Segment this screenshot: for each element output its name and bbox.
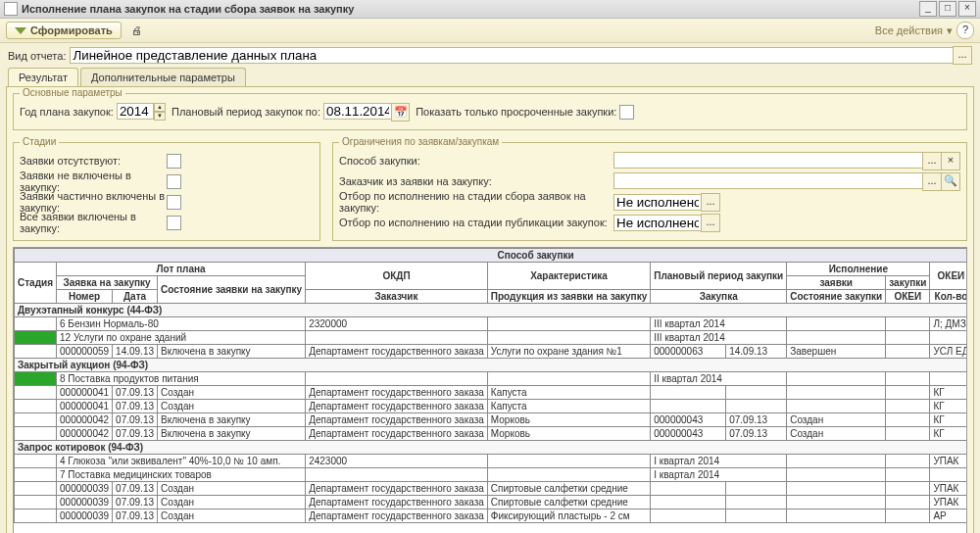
hdr-state2: Состояние закупки — [787, 290, 886, 304]
sel1-input[interactable] — [613, 194, 702, 211]
hdr-zakazchik: Заказчик — [306, 290, 488, 304]
form-button[interactable]: Сформировать — [6, 22, 122, 39]
fieldset-limits: Ограничения по заявкам/закупкам Способ з… — [332, 142, 967, 241]
form-button-label: Сформировать — [30, 24, 113, 36]
tab-extra[interactable]: Дополнительные параметры — [80, 68, 246, 86]
hdr-sposob: Способ закупки — [15, 249, 968, 263]
detail-row[interactable]: 00000004107.09.13СозданДепартамент госуд… — [15, 400, 968, 413]
plan-period-label: Плановый период закупок по: — [172, 106, 320, 118]
all-actions-dropdown[interactable]: ▾ — [947, 24, 953, 37]
hdr-zakupki: закупки — [886, 276, 930, 290]
hdr-exec: Исполнение — [787, 263, 930, 276]
grid-wrap[interactable]: Способ закупки Стадия Лот плана ОКДП Хар… — [13, 247, 967, 533]
stage4-label: Все заявки включены в закупку: — [20, 211, 167, 234]
legend-limits: Ограничения по заявкам/закупкам — [339, 136, 502, 147]
detail-row[interactable]: 00000003907.09.13СозданДепартамент госуд… — [15, 509, 968, 523]
sel2-label: Отбор по исполнению на стадии публикации… — [339, 217, 613, 228]
help-button[interactable]: ? — [956, 22, 974, 39]
lot-row[interactable]: 7 Поставка медицинских товаров I квартал… — [15, 468, 968, 482]
hdr-okei: ОКЕИ — [930, 263, 967, 290]
toolbar: Сформировать 🖨 Все действия ▾ ? — [0, 19, 980, 43]
legend-stages: Стадии — [20, 136, 59, 147]
method-dots[interactable]: ... — [922, 152, 942, 170]
hdr-okei2: ОКЕИ — [886, 290, 930, 304]
stage2-checkbox[interactable] — [167, 174, 181, 189]
all-actions-link[interactable]: Все действия — [875, 24, 943, 36]
hdr-char: Характеристика — [487, 263, 650, 290]
lot-row[interactable]: 6 Бензин Нормаль-80 2320000III квартал 2… — [15, 317, 968, 331]
hdr-zayavki: заявки — [787, 276, 886, 290]
hdr-planper: Плановый период закупки — [651, 263, 787, 290]
titlebar: Исполнение плана закупок на стадии сбора… — [0, 0, 980, 19]
hdr-product: Продукция из заявки на закупку — [487, 290, 650, 304]
lot-row[interactable]: 8 Поставка продуктов питания II квартал … — [15, 372, 968, 386]
play-icon — [15, 27, 26, 34]
detail-row[interactable]: 00000003907.09.13СозданДепартамент госуд… — [15, 496, 968, 509]
year-spinner[interactable]: ▲▼ — [117, 103, 166, 121]
report-type-label: Вид отчета: — [8, 50, 66, 62]
detail-row[interactable]: 00000005914.09.13Включена в закупку Депа… — [15, 345, 968, 359]
hdr-zakupka: Закупка — [651, 290, 787, 304]
stage3-checkbox[interactable] — [167, 195, 181, 210]
overdue-checkbox[interactable] — [619, 105, 634, 120]
detail-row[interactable]: 00000004207.09.13Включена в закупкуДепар… — [15, 427, 968, 441]
minimize-button[interactable]: _ — [919, 1, 937, 17]
fieldset-stages: Стадии Заявки отсутствуют: Заявки не вкл… — [13, 142, 320, 241]
detail-row[interactable]: 00000004107.09.13СозданДепартамент госуд… — [15, 386, 968, 400]
year-down[interactable]: ▼ — [154, 112, 166, 121]
year-input[interactable] — [117, 103, 154, 120]
fieldset-main: Основные параметры Год плана закупок: ▲▼… — [13, 93, 967, 130]
maximize-button[interactable]: □ — [939, 1, 956, 17]
sel2-dots[interactable]: ... — [701, 214, 720, 232]
close-button[interactable]: × — [958, 1, 976, 17]
report-type-row: Вид отчета: ... — [0, 43, 980, 68]
detail-row[interactable]: 00000004207.09.13Включена в закупкуДепар… — [15, 413, 968, 427]
detail-row[interactable]: 00000003907.09.13СозданДепартамент госуд… — [15, 482, 968, 496]
report-type-input[interactable] — [70, 47, 954, 64]
hdr-qty2: Кол-во — [930, 290, 967, 304]
tabs: Результат Дополнительные параметры — [0, 68, 980, 86]
app-icon — [4, 2, 18, 16]
hdr-num: Номер — [57, 290, 113, 304]
hdr-zayavka: Заявка на закупку — [57, 276, 158, 290]
customer-label: Заказчик из заявки на закупку: — [339, 175, 613, 187]
sel1-dots[interactable]: ... — [701, 193, 720, 212]
window-title: Исполнение плана закупок на стадии сбора… — [22, 3, 917, 15]
hdr-state: Состояние заявки на закупку — [158, 276, 306, 304]
customer-dots[interactable]: ... — [922, 172, 942, 191]
hdr-lot: Лот плана — [57, 263, 306, 276]
report-type-dots[interactable]: ... — [953, 46, 972, 65]
hdr-okdp: ОКДП — [306, 263, 488, 290]
customer-search[interactable]: 🔍 — [941, 172, 960, 191]
plan-period-input[interactable] — [323, 103, 392, 120]
hdr-date: Дата — [113, 290, 158, 304]
group-row: Запрос котировок (94-ФЗ) — [15, 441, 968, 455]
stage1-label: Заявки отсутствуют: — [20, 155, 167, 167]
printer-icon[interactable]: 🖨 — [129, 23, 145, 38]
year-label: Год плана закупок: — [20, 106, 114, 118]
legend-main: Основные параметры — [20, 87, 125, 98]
stage1-checkbox[interactable] — [167, 154, 181, 169]
sel2-input[interactable] — [613, 215, 702, 231]
group-row: Закрытый аукцион (94-ФЗ) — [15, 359, 968, 372]
lot-row[interactable]: 12 Услуги по охране зданий III квартал 2… — [15, 331, 968, 345]
tab-result[interactable]: Результат — [8, 68, 78, 86]
lot-row[interactable]: 4 Глюкоза "или эквивалент" 40%-10,0 № 10… — [15, 455, 968, 468]
calendar-icon[interactable]: 📅 — [391, 103, 410, 121]
customer-input[interactable] — [613, 172, 923, 189]
method-label: Способ закупки: — [339, 155, 613, 167]
sel1-label: Отбор по исполнению на стадии сбора заяв… — [339, 190, 613, 214]
panel: Основные параметры Год плана закупок: ▲▼… — [6, 86, 974, 533]
overdue-label: Показать только просроченные закупки: — [416, 106, 616, 118]
group-row: Двухэтапный конкурс (44-ФЗ) — [15, 304, 968, 317]
result-grid: Способ закупки Стадия Лот плана ОКДП Хар… — [14, 248, 967, 523]
stage4-checkbox[interactable] — [167, 216, 181, 230]
hdr-stage: Стадия — [15, 263, 57, 304]
method-clear[interactable]: × — [941, 152, 960, 170]
method-input[interactable] — [613, 152, 923, 169]
plan-period-date[interactable]: 📅 — [323, 103, 410, 121]
year-up[interactable]: ▲ — [154, 103, 166, 112]
